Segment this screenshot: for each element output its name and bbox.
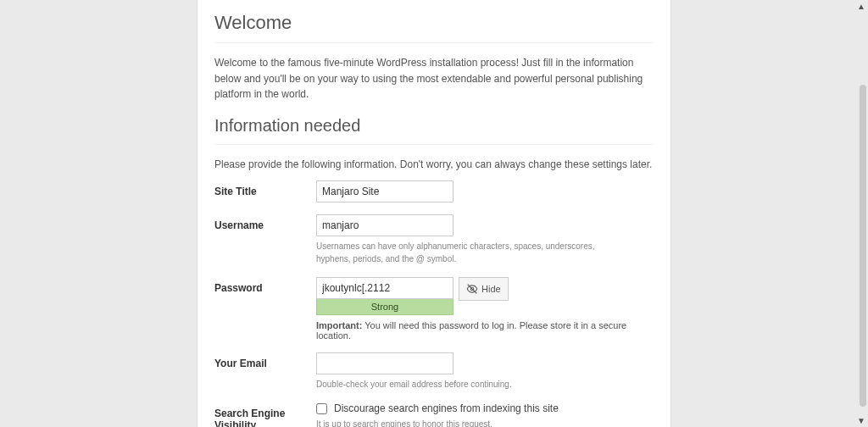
username-row: Username Usernames can have only alphanu… — [214, 214, 654, 265]
search-visibility-row: Search Engine Visibility Discourage sear… — [214, 402, 654, 427]
email-hint: Double-check your email address before c… — [316, 378, 630, 391]
email-input[interactable] — [316, 352, 453, 374]
welcome-heading: Welcome — [214, 0, 654, 43]
email-row: Your Email Double-check your email addre… — [214, 352, 654, 391]
info-heading: Information needed — [214, 111, 654, 145]
password-important: Important: You will need this password t… — [316, 320, 654, 341]
search-visibility-checkbox-label: Discourage search engines from indexing … — [334, 402, 559, 414]
password-strength: Strong — [316, 299, 453, 315]
search-visibility-label: Search Engine Visibility — [214, 402, 316, 427]
scroll-up-icon[interactable]: ▲ — [857, 2, 865, 11]
password-label: Password — [214, 277, 316, 294]
info-text: Please provide the following information… — [214, 157, 654, 173]
password-input[interactable] — [316, 277, 453, 299]
password-row: Password Strong Hide — [214, 277, 654, 341]
username-hint: Usernames can have only alphanumeric cha… — [316, 240, 630, 265]
username-label: Username — [214, 214, 316, 231]
scrollbar-thumb[interactable] — [860, 85, 866, 407]
welcome-text: Welcome to the famous five-minute WordPr… — [214, 55, 654, 103]
hide-password-button[interactable]: Hide — [459, 277, 509, 301]
site-title-row: Site Title — [214, 180, 654, 202]
email-label: Your Email — [214, 352, 316, 369]
search-visibility-hint: It is up to search engines to honor this… — [316, 418, 630, 427]
search-visibility-checkbox[interactable] — [316, 403, 327, 414]
hide-button-label: Hide — [481, 284, 501, 294]
username-input[interactable] — [316, 214, 453, 236]
scroll-down-icon[interactable]: ▼ — [857, 416, 865, 425]
eye-slash-icon — [466, 283, 478, 295]
install-panel: Welcome Welcome to the famous five-minut… — [197, 0, 671, 427]
site-title-label: Site Title — [214, 180, 316, 197]
site-title-input[interactable] — [316, 180, 453, 202]
